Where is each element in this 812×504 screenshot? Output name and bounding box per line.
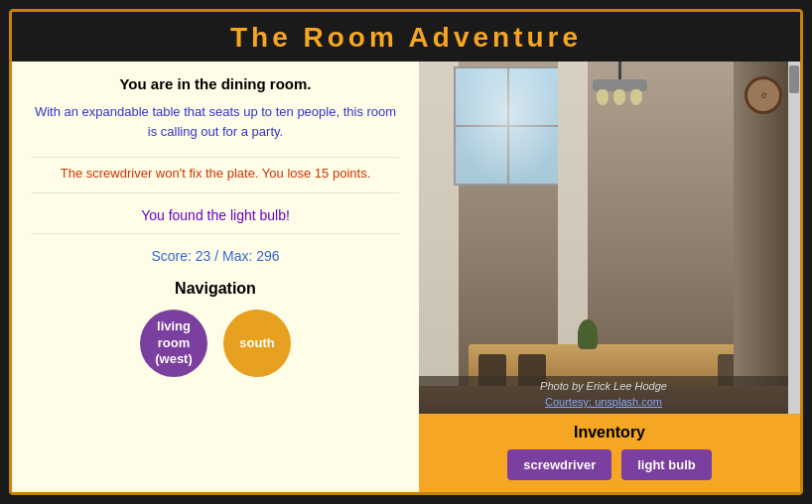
clock-face: ⏱	[747, 79, 779, 111]
found-message: You found the light bulb!	[141, 207, 290, 223]
nav-button-living-room-west[interactable]: living room (west)	[140, 310, 207, 377]
left-panel: You are in the dining room. With an expa…	[12, 62, 419, 492]
curtain-left	[419, 62, 459, 414]
app-container: The Room Adventure You are in the dining…	[9, 9, 803, 495]
room-image-section: ⏱ Photo by Erick Lee Hodge Courtesy: uns…	[419, 62, 800, 414]
room-title: You are in the dining room.	[119, 75, 311, 92]
chandelier	[593, 62, 647, 91]
dining-room-scene: ⏱	[419, 62, 800, 414]
lamp-1	[597, 89, 609, 105]
navigation-section: Navigation living room (west) south	[32, 280, 399, 377]
divider-3	[32, 233, 399, 234]
photo-credit-link[interactable]: Courtesy: unsplash.com	[545, 396, 662, 408]
nav-buttons-container: living room (west) south	[140, 310, 291, 377]
lamp-3	[630, 89, 642, 105]
photo-credit-name: Photo by Erick Lee Hodge	[427, 380, 780, 392]
right-wall	[734, 62, 788, 414]
action-message: The screwdriver won't fix the plate. You…	[61, 166, 371, 181]
scrollbar-thumb[interactable]	[789, 65, 799, 93]
inventory-screwdriver-button[interactable]: screwdriver	[507, 449, 611, 480]
inventory-title: Inventory	[574, 424, 645, 441]
inventory-light-bulb-button[interactable]: light bulb	[621, 449, 711, 480]
scrollbar-track[interactable]	[788, 62, 800, 414]
app-title: The Room Adventure	[12, 22, 800, 54]
window	[454, 66, 563, 186]
window-light	[456, 68, 561, 184]
table-flowers	[578, 319, 598, 349]
nav-button-south[interactable]: south	[223, 310, 291, 377]
inventory-section: Inventory screwdriver light bulb	[419, 414, 800, 492]
score-display: Score: 23 / Max: 296	[151, 248, 279, 264]
wall-clock: ⏱	[744, 76, 782, 114]
divider-2	[32, 192, 399, 193]
lamp-2	[613, 89, 625, 105]
main-content: You are in the dining room. With an expa…	[12, 62, 800, 492]
title-bar: The Room Adventure	[12, 12, 800, 62]
photo-credit-overlay: Photo by Erick Lee Hodge Courtesy: unspl…	[419, 376, 788, 414]
divider-1	[32, 157, 399, 158]
room-description: With an expandable table that seats up t…	[32, 102, 399, 141]
inventory-items-container: screwdriver light bulb	[507, 449, 711, 480]
navigation-title: Navigation	[175, 280, 256, 298]
chandelier-stem	[618, 62, 621, 79]
right-panel: ⏱ Photo by Erick Lee Hodge Courtesy: uns…	[419, 62, 800, 492]
chandelier-bar	[593, 79, 647, 91]
